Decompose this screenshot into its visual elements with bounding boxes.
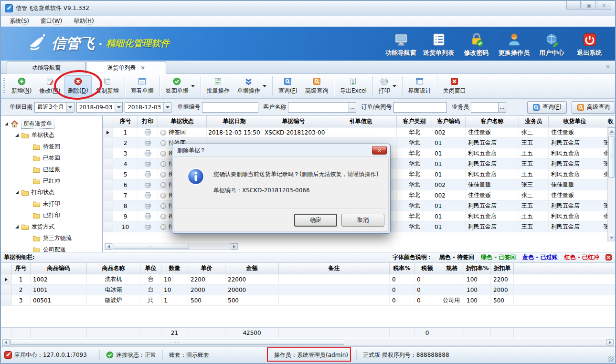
tree-item-all-delivery-orders[interactable]: 所有送货单 xyxy=(1,118,102,129)
advanced-query-button[interactable]: 高级查询 xyxy=(302,75,331,97)
column-header-note[interactable]: 备注 xyxy=(279,263,390,274)
switch-operator-action[interactable]: 更换操作员 xyxy=(495,30,533,58)
date-to-select[interactable]: 2018-12-03 xyxy=(125,102,171,113)
column-header-date[interactable]: 单据日期 xyxy=(207,116,262,127)
detail-close-icon[interactable] xyxy=(605,254,612,261)
dialog-titlebar[interactable]: 删除单据？ xyxy=(172,144,390,156)
horizontal-scrollbar[interactable] xyxy=(105,243,238,250)
sign-back-button[interactable]: 签回单据 xyxy=(162,75,198,97)
row-selector[interactable] xyxy=(1,274,11,284)
customer-input[interactable] xyxy=(288,102,349,113)
close-window-button[interactable]: 关闭窗口 xyxy=(440,75,469,97)
filter-query-button[interactable]: 查询(F) xyxy=(527,101,567,114)
column-header-cust_type[interactable]: 客户类别 xyxy=(397,116,432,127)
scroll-left-icon[interactable] xyxy=(105,243,112,250)
change-password-action[interactable]: 修改密码 xyxy=(457,30,495,58)
chevron-down-icon[interactable] xyxy=(393,85,396,87)
column-header-salesman[interactable]: 业务员 xyxy=(519,116,549,127)
tree-group-发货方式[interactable]: 发货方式 xyxy=(1,221,102,232)
view-doc-button[interactable]: 查看单据 xyxy=(127,75,157,97)
chevron-down-icon[interactable] xyxy=(191,85,195,87)
print-button[interactable]: 打印 xyxy=(375,75,400,97)
date-range-select[interactable]: 最近3个月 xyxy=(34,102,74,113)
row-selector[interactable] xyxy=(103,169,113,179)
column-header-ref[interactable]: 引单信息 xyxy=(325,116,397,127)
row-selector[interactable] xyxy=(103,190,113,200)
column-header-print[interactable]: 打印 xyxy=(138,116,158,127)
delivery-list-action[interactable]: 送货单列表 xyxy=(420,30,457,58)
minimize-button[interactable]: — xyxy=(566,1,581,10)
menu-system[interactable]: 系统(S) xyxy=(4,16,35,26)
export-excel-button[interactable]: 导出Excel xyxy=(337,75,370,97)
salesman-input[interactable] xyxy=(471,102,499,113)
chevron-down-icon[interactable] xyxy=(163,103,171,112)
order-input[interactable] xyxy=(393,102,447,113)
column-header-qty[interactable]: 数量 xyxy=(161,263,188,274)
exit-system-action[interactable]: 退出系统 xyxy=(571,30,608,58)
tree-group-打印状态[interactable]: 打印状态 xyxy=(1,187,102,198)
salesman-lookup-button[interactable]: … xyxy=(499,102,506,113)
dialog-close-button[interactable]: ✕ xyxy=(372,146,387,155)
table-row[interactable]: 1待签回2018-12-03 15:50XSCKD-20181203-0066华… xyxy=(103,127,615,138)
expander-icon[interactable] xyxy=(5,122,8,125)
chevron-down-icon[interactable] xyxy=(115,103,122,112)
column-header-receiver[interactable]: 收货单位 xyxy=(549,116,601,127)
column-header-discount_rate[interactable]: 折扣率% xyxy=(464,263,491,274)
tree-group-单据状态[interactable]: 单据状态 xyxy=(1,129,102,141)
modify-button[interactable]: 修改(M) xyxy=(36,75,64,97)
menu-window[interactable]: 窗口(W) xyxy=(35,16,68,26)
column-header-tax[interactable]: 税额 xyxy=(414,263,440,274)
row-selector[interactable] xyxy=(103,138,113,148)
scrollbar-thumb[interactable] xyxy=(10,340,344,345)
expander-icon[interactable] xyxy=(15,191,19,194)
tree-item-公司配送[interactable]: 公司配送 xyxy=(1,244,102,252)
column-header-seq[interactable]: 序号 xyxy=(11,263,31,274)
copy-add-button[interactable]: 复制新增 xyxy=(93,75,122,97)
customer-lookup-button[interactable]: … xyxy=(349,102,356,113)
row-selector[interactable] xyxy=(103,148,113,158)
scrollbar-thumb[interactable] xyxy=(113,244,189,249)
scroll-up-icon[interactable] xyxy=(608,127,615,135)
date-from-select[interactable]: 2018-09-03 xyxy=(76,102,123,113)
chevron-down-icon[interactable] xyxy=(263,85,266,87)
column-header-unit[interactable]: 单位 xyxy=(140,263,161,274)
row-selector[interactable] xyxy=(1,285,11,295)
vertical-scrollbar[interactable] xyxy=(607,127,615,241)
tab-delivery-list[interactable]: 送货单列表✕ xyxy=(86,62,166,74)
query-button[interactable]: 查询(F) xyxy=(275,75,301,97)
tabstrip-close-icon[interactable]: ✕ xyxy=(605,63,610,70)
expander-icon[interactable] xyxy=(15,225,19,229)
tree-item-已打印[interactable]: 已打印 xyxy=(1,209,102,221)
nav-window-action[interactable]: 功能导航窗 xyxy=(382,30,420,58)
resize-grip[interactable] xyxy=(608,356,614,362)
row-selector[interactable] xyxy=(103,159,113,169)
tree-item-已签回[interactable]: 已签回 xyxy=(1,152,102,164)
cancel-button[interactable]: 取消 xyxy=(341,214,384,227)
tree-item-已过账[interactable]: 已过账 xyxy=(1,164,102,175)
ok-button[interactable]: 确定 xyxy=(294,214,337,227)
scroll-right-icon[interactable] xyxy=(231,243,238,250)
close-button[interactable]: ✕ xyxy=(597,1,611,10)
column-header-number[interactable]: 单据编号 xyxy=(262,116,325,127)
column-header-tax_rate[interactable]: 税率% xyxy=(390,263,414,274)
detail-horizontal-scrollbar[interactable] xyxy=(2,339,614,346)
column-header-cust_code[interactable]: 客户编码 xyxy=(432,116,466,127)
filter-advanced-query-button[interactable]: 高级查询 xyxy=(572,101,615,114)
add-button[interactable]: 新增(N) xyxy=(8,75,35,97)
scroll-right-icon[interactable] xyxy=(606,339,614,345)
tree-item-未打印[interactable]: 未打印 xyxy=(1,198,102,209)
row-selector[interactable] xyxy=(103,180,113,190)
tree-item-第三方物流[interactable]: 第三方物流 xyxy=(1,232,102,244)
doc-no-input[interactable] xyxy=(202,102,258,113)
row-selector[interactable] xyxy=(103,222,113,232)
menu-help[interactable]: 帮助(H) xyxy=(68,16,99,26)
maximize-button[interactable]: ▣ xyxy=(582,1,596,10)
tree-item-待签回[interactable]: 待签回 xyxy=(1,141,102,152)
column-header-price[interactable]: 单价 xyxy=(188,263,225,274)
batch-ops-button[interactable]: 批量操作 xyxy=(203,75,233,97)
column-header-amount[interactable]: 金额 xyxy=(225,263,279,274)
user-center-action[interactable]: 用户中心 xyxy=(533,30,571,58)
row-selector[interactable] xyxy=(103,127,113,137)
chevron-down-icon[interactable] xyxy=(66,103,74,112)
column-header-cust_name[interactable]: 客户名称 xyxy=(466,116,519,127)
